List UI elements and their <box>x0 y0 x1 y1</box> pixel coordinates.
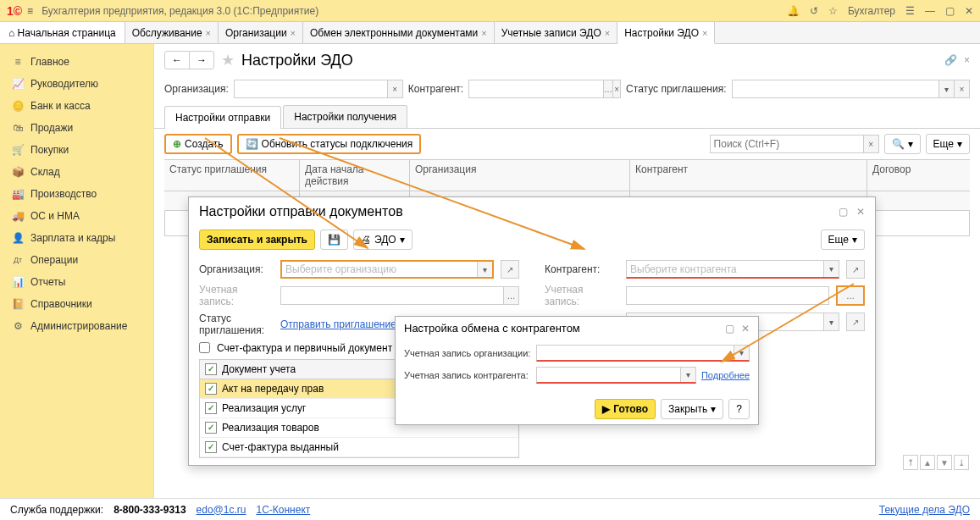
sidebar-item-assets[interactable]: 🚚ОС и НМА <box>0 205 153 227</box>
close-icon[interactable]: ✕ <box>856 206 865 218</box>
subtab-receive[interactable]: Настройки получения <box>283 105 407 128</box>
more-button[interactable]: Еще ▾ <box>926 134 970 154</box>
ctr-acct-input[interactable]: ▾ <box>536 367 696 384</box>
clear-icon[interactable]: × <box>387 80 402 97</box>
maximize-icon[interactable]: ▢ <box>839 206 848 218</box>
back-button[interactable]: ← <box>165 52 190 69</box>
tab-close-icon[interactable]: × <box>481 28 486 38</box>
scroll-top-icon[interactable]: ⤒ <box>903 455 918 470</box>
more-button[interactable]: Еще ▾ <box>821 230 865 250</box>
sidebar-item-manager[interactable]: 📈Руководителю <box>0 73 153 95</box>
home-tab[interactable]: ⌂ Начальная страница <box>0 22 125 43</box>
tab-close-icon[interactable]: × <box>702 28 707 38</box>
forward-button[interactable]: → <box>190 52 213 69</box>
org-filter-input[interactable]: × <box>234 80 403 98</box>
col-status[interactable]: Статус приглашения <box>164 160 300 191</box>
sidebar-item-warehouse[interactable]: 📦Склад <box>0 161 153 183</box>
ctr-acct-input[interactable] <box>626 286 829 305</box>
dropdown-icon[interactable]: ▾ <box>680 368 695 382</box>
tab-close-icon[interactable]: × <box>605 28 610 38</box>
tab-close-icon[interactable]: × <box>291 28 296 38</box>
tab-edo-settings[interactable]: Настройки ЭДО× <box>617 22 715 44</box>
org-acct-input[interactable]: ▾ <box>536 345 750 362</box>
col-org[interactable]: Организация <box>410 160 630 191</box>
close-button[interactable]: Закрыть ▾ <box>661 399 723 419</box>
checkbox-icon[interactable]: ✓ <box>205 441 217 453</box>
open-icon[interactable]: ↗ <box>846 260 865 279</box>
more-icon[interactable]: … <box>503 287 518 304</box>
help-button[interactable]: ? <box>728 399 750 419</box>
clear-icon[interactable]: × <box>612 80 620 97</box>
tab-service[interactable]: Обслуживание× <box>125 22 219 43</box>
dropdown-icon[interactable]: ▾ <box>734 346 749 360</box>
close-icon[interactable]: ✕ <box>741 323 750 335</box>
open-icon[interactable]: ↗ <box>501 260 519 279</box>
org-input[interactable]: ▾ <box>280 260 494 279</box>
link-icon[interactable]: 🔗 <box>944 54 957 66</box>
star-icon[interactable]: ☆ <box>828 5 838 17</box>
create-button[interactable]: ⊕Создать <box>164 134 232 154</box>
status-filter-input[interactable]: ▾× <box>732 80 970 98</box>
edo-tasks-link[interactable]: Текущие дела ЭДО <box>879 504 970 516</box>
scroll-down-icon[interactable]: ▼ <box>937 455 952 470</box>
refresh-statuses-button[interactable]: 🔄Обновить статусы подключения <box>237 134 422 154</box>
sidebar-item-operations[interactable]: ДтОперации <box>0 249 153 271</box>
menu-icon[interactable]: ☰ <box>905 5 915 17</box>
clear-icon[interactable]: × <box>863 136 878 152</box>
tab-close-icon[interactable]: × <box>206 28 211 38</box>
sidebar-item-production[interactable]: 🏭Производство <box>0 183 153 205</box>
ctr-input[interactable]: ▾ <box>626 260 839 279</box>
open-icon[interactable]: ↗ <box>846 313 865 331</box>
close-page-icon[interactable]: × <box>964 54 970 66</box>
edo-menu-button[interactable]: 🖨 ЭДО ▾ <box>353 230 412 250</box>
dropdown-icon[interactable]: ▾ <box>938 80 954 97</box>
acct-input[interactable]: … <box>280 286 519 305</box>
search-input[interactable]: × <box>710 135 879 153</box>
scroll-bottom-icon[interactable]: ⤓ <box>954 455 969 470</box>
sidebar-item-purchases[interactable]: 🛒Покупки <box>0 139 153 161</box>
save-button[interactable]: 💾 <box>320 230 348 250</box>
checkbox-icon[interactable]: ✓ <box>205 402 217 414</box>
clear-icon[interactable]: × <box>954 80 969 97</box>
checkbox-icon[interactable]: ✓ <box>205 422 217 434</box>
sidebar-item-catalogs[interactable]: 📔Справочники <box>0 293 153 315</box>
tab-edoc-exchange[interactable]: Обмен электронными документами× <box>303 22 495 43</box>
col-ctr[interactable]: Контрагент <box>630 160 867 191</box>
sidebar-item-admin[interactable]: ⚙Администрирование <box>0 315 153 337</box>
col-dog[interactable]: Договор <box>867 160 970 191</box>
more-icon[interactable]: … <box>603 80 612 97</box>
tab-orgs[interactable]: Организации× <box>219 22 303 43</box>
sidebar-item-bank[interactable]: 🪙Банк и касса <box>0 95 153 117</box>
support-email[interactable]: edo@1c.ru <box>197 504 246 516</box>
sidebar-item-hr[interactable]: 👤Зарплата и кадры <box>0 227 153 249</box>
subtab-send[interactable]: Настройки отправки <box>164 106 281 129</box>
sf-checkbox[interactable] <box>199 342 210 353</box>
scroll-up-icon[interactable]: ▲ <box>920 455 935 470</box>
col-date[interactable]: Дата начала действия <box>300 160 410 191</box>
dropdown-icon[interactable]: ▾ <box>823 261 839 277</box>
dropdown-icon[interactable]: ▾ <box>477 262 492 277</box>
sidebar-item-sales[interactable]: 🛍Продажи <box>0 117 153 139</box>
maximize-icon[interactable]: ▢ <box>725 323 734 335</box>
minimize-icon[interactable]: — <box>925 5 935 17</box>
connect-link[interactable]: 1С-Коннект <box>256 504 310 516</box>
bell-icon[interactable]: 🔔 <box>787 5 800 17</box>
ctr-filter-input[interactable]: …× <box>468 80 621 98</box>
history-icon[interactable]: ↺ <box>810 5 818 17</box>
close-icon[interactable]: ✕ <box>965 5 973 17</box>
doc-row[interactable]: ✓Счет-фактура выданный <box>200 438 518 457</box>
dropdown-icon[interactable]: ▾ <box>823 313 839 330</box>
check-all[interactable]: ✓ <box>205 363 217 375</box>
maximize-icon[interactable]: ▢ <box>945 5 955 17</box>
checkbox-icon[interactable]: ✓ <box>205 383 217 395</box>
details-link[interactable]: Подробнее <box>701 370 750 380</box>
more-button-highlighted[interactable]: … <box>836 285 865 306</box>
save-and-close-button[interactable]: Записать и закрыть <box>199 230 315 250</box>
sidebar-item-reports[interactable]: 📊Отчеты <box>0 271 153 293</box>
send-invite-link[interactable]: Отправить приглашение <box>280 318 396 330</box>
sidebar-item-main[interactable]: ≡Главное <box>0 51 153 73</box>
user-name[interactable]: Бухгалтер <box>848 5 895 17</box>
done-button[interactable]: ▶ Готово <box>595 399 656 419</box>
search-button[interactable]: 🔍 ▾ <box>884 134 921 154</box>
favorite-star-icon[interactable]: ★ <box>221 51 235 69</box>
